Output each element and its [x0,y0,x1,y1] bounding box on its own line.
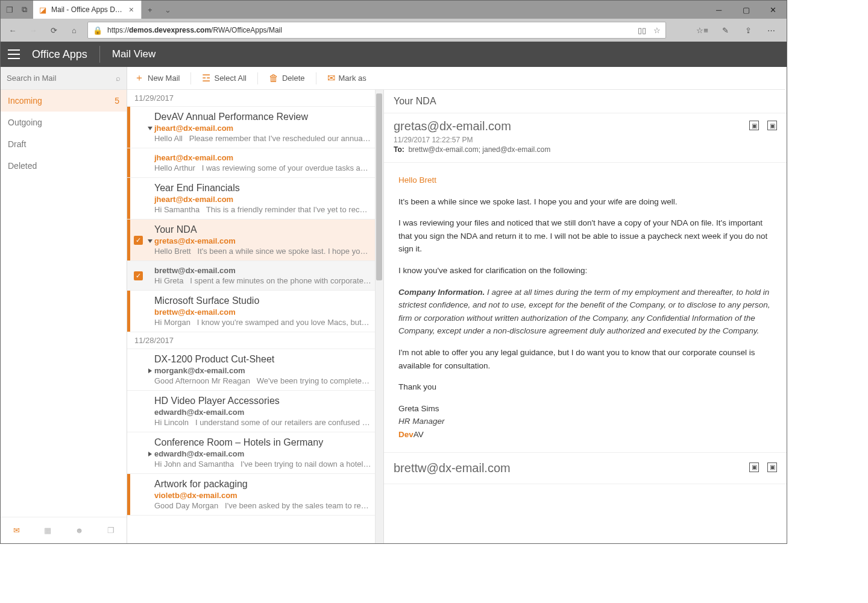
mail-item[interactable]: Year End Financialsjheart@dx-email.comHi… [127,178,375,219]
window-minimize[interactable]: ─ [705,1,732,19]
delete-button[interactable]: 🗑Delete [269,73,305,84]
favorite-icon[interactable]: ☆ [653,26,661,35]
reader-to: brettw@dx-email.com; janed@dx-email.com [408,145,550,154]
collapse-reader-icon[interactable]: ▣ [767,463,777,472]
divider [99,46,100,63]
mail-item[interactable]: HD Video Player Accessoriesedwardh@dx-em… [127,391,375,432]
nav-home-icon[interactable]: ⌂ [67,23,81,37]
select-all-button[interactable]: ☲Select All [202,72,246,84]
reader-subject: Your NDA [384,90,787,113]
nav-back-icon[interactable]: ← [5,23,20,37]
mail-item-selected[interactable]: ✓ Your NDAgretas@dx-email.comHello Brett… [127,219,375,261]
window-close[interactable]: ✕ [760,1,787,19]
expand-icon[interactable] [146,450,154,456]
folder-count: 5 [115,96,119,106]
expand-reader-icon[interactable]: ▣ [749,463,759,472]
date-header: 11/29/2017 [127,90,375,107]
folder-pane: ⌕ Incoming 5 Outgoing Draft Deleted ✉ ▦ … [1,67,127,543]
folder-outgoing[interactable]: Outgoing [1,112,127,133]
plus-icon: ＋ [134,72,144,84]
reader-body: Hello Brett It's been a while since we s… [384,163,787,452]
date-header: 11/28/2017 [127,332,375,349]
restore-icon[interactable]: ❐ [4,4,15,15]
app-subtitle: Mail View [112,48,156,60]
tabs-chevron-icon[interactable]: ⌄ [159,1,177,19]
expand-icon[interactable] [146,367,154,373]
set-aside-icon[interactable]: ⧉ [19,4,30,15]
folder-deleted[interactable]: Deleted [1,155,127,177]
new-tab-button[interactable]: + [142,1,159,19]
mail-item[interactable]: Conference Room – Hotels in Germanyedwar… [127,432,375,474]
mark-as-button[interactable]: ✉Mark as [327,72,366,84]
browser-tab[interactable]: ◪ Mail - Office Apps Dem × [33,1,142,19]
mail-checkbox[interactable]: ✓ [130,219,146,260]
mail-toolbar: ＋New Mail ☲Select All 🗑Delete ✉Mark as [127,67,785,90]
expand-icon[interactable] [146,238,154,243]
hamburger-icon[interactable] [8,49,20,59]
folder-label: Incoming [8,96,42,106]
mail-list[interactable]: 11/29/2017 DevAV Annual Performance Revi… [127,90,383,543]
tab-favicon: ◪ [39,5,46,14]
expand-icon[interactable] [146,125,154,130]
mail-item[interactable]: DevAV Annual Performance Reviewjheart@dx… [127,107,375,148]
nav-forward-icon: → [26,23,40,37]
reader-header: gretas@dx-email.com 11/29/2017 12:22:57 … [384,113,787,163]
tab-title: Mail - Office Apps Dem [51,5,123,14]
app-header: Office Apps Mail View [1,42,787,67]
reading-pane: Your NDA gretas@dx-email.com 11/29/2017 … [384,90,787,543]
app-title: Office Apps [32,48,87,61]
notes-icon[interactable]: ✎ [718,23,732,37]
trash-icon: 🗑 [269,73,278,84]
next-message-header[interactable]: brettw@dx-email.com ▣ ▣ [384,452,787,484]
mail-item[interactable]: DX-1200 Product Cut-Sheetmorgank@dx-emai… [127,349,375,391]
reader-from: gretas@dx-email.com [394,119,777,133]
mail-item[interactable]: Artwork for packagingvioletb@dx-email.co… [127,474,375,516]
mail-list-pane: ＋New Mail ☲Select All 🗑Delete ✉Mark as 1… [127,67,384,543]
address-bar[interactable]: 🔒 https://demos.devexpress.com/RWA/Offic… [87,22,666,39]
mail-item[interactable]: Microsoft Surface Studiobrettw@dx-email.… [127,291,375,332]
select-all-icon: ☲ [202,72,210,84]
mail-item[interactable]: jheart@dx-email.comHello Arthur I was re… [127,148,375,178]
calendar-view-icon[interactable]: ▦ [32,517,63,543]
browser-navbar: ← → ⟳ ⌂ 🔒 https://demos.devexpress.com/R… [1,19,787,42]
more-icon[interactable]: ⋯ [764,23,778,37]
scrollbar[interactable] [375,90,383,543]
folder-incoming[interactable]: Incoming 5 [1,90,127,112]
search-icon[interactable]: ⌕ [116,74,121,83]
new-mail-button[interactable]: ＋New Mail [134,72,180,84]
mail-view-icon[interactable]: ✉ [1,517,32,543]
close-tab-icon[interactable]: × [128,5,135,14]
nav-refresh-icon[interactable]: ⟳ [46,23,61,37]
lock-icon: 🔒 [93,26,102,35]
collapse-reader-icon[interactable]: ▣ [767,121,777,130]
browser-titlebar: ❐ ⧉ ◪ Mail - Office Apps Dem × + ⌄ ─ ▢ ✕ [1,1,787,19]
favorites-hub-icon[interactable]: ☆≡ [695,23,709,37]
share-icon[interactable]: ⇪ [741,23,755,37]
contacts-view-icon[interactable]: ☻ [64,517,95,543]
search-input[interactable] [7,74,116,83]
folder-draft[interactable]: Draft [1,133,127,155]
window-maximize[interactable]: ▢ [732,1,760,19]
search-box[interactable]: ⌕ [1,67,127,90]
reader-date: 11/29/2017 12:22:57 PM [394,136,777,144]
scrollbar-thumb[interactable] [376,93,382,280]
mail-checkbox[interactable]: ✓ [130,261,146,290]
mail-item[interactable]: ✓ brettw@dx-email.comHi Greta I spent a … [127,261,375,291]
reading-view-icon[interactable]: ▯▯ [638,26,646,35]
mark-icon: ✉ [327,72,335,84]
docs-view-icon[interactable]: ❐ [95,517,127,543]
expand-reader-icon[interactable]: ▣ [749,121,759,130]
url-text: https://demos.devexpress.com/RWA/OfficeA… [107,26,282,34]
